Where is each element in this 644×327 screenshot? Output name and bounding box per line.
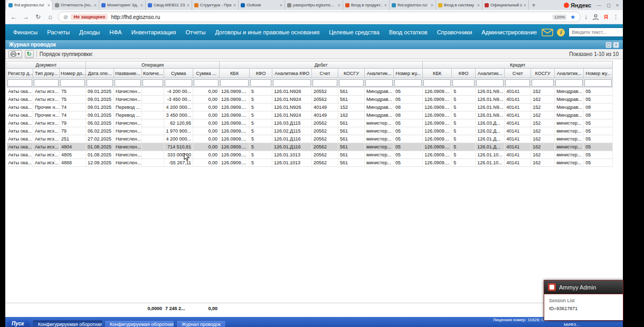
column-filter-input[interactable] xyxy=(505,79,530,87)
browser-tab[interactable]: Мониторинг Зд...× xyxy=(99,0,146,10)
panel-restore-icon[interactable]: ◻ xyxy=(605,42,612,48)
browser-tab[interactable]: Официальный сайт× xyxy=(482,0,529,10)
browser-tab[interactable]: Свод-WEB11 23...× xyxy=(146,0,192,10)
tab-close-icon[interactable]: × xyxy=(48,3,50,8)
column-filter-input[interactable] xyxy=(60,79,85,87)
table-row[interactable]: Акты ока...Прочие н...7409.01.2025Перево… xyxy=(7,104,613,111)
tab-close-icon[interactable]: × xyxy=(140,3,143,8)
tab-close-icon[interactable]: × xyxy=(94,3,97,8)
column-header[interactable]: Счет xyxy=(505,69,531,78)
table-row[interactable]: Акты ока...Акты исх...7906.02.2025Начисл… xyxy=(7,127,613,135)
column-filter-input[interactable] xyxy=(365,79,393,87)
column-filter-input[interactable] xyxy=(250,79,271,87)
column-filter-input[interactable] xyxy=(423,79,451,87)
column-header[interactable]: КБК xyxy=(423,69,452,78)
browser-tab[interactable]: Вход в продукт...× xyxy=(343,0,390,10)
nav-item[interactable]: Финансы xyxy=(8,29,42,35)
nav-item[interactable]: Отчеты xyxy=(181,29,210,35)
column-header[interactable]: КФО xyxy=(250,69,272,78)
start-button[interactable]: Пуск xyxy=(7,320,30,327)
column-header[interactable]: КФО xyxy=(452,69,476,78)
column-filter-input[interactable] xyxy=(452,79,475,87)
column-filter-input[interactable] xyxy=(394,79,422,87)
ammyy-titlebar[interactable]: Ammyy Admin xyxy=(544,281,623,294)
column-header[interactable]: Аналитика КФО xyxy=(272,69,312,78)
nav-item[interactable]: Расчеты xyxy=(42,29,74,35)
column-filter-input[interactable] xyxy=(165,79,192,87)
security-badge[interactable]: Не защищено xyxy=(71,14,108,20)
table-row[interactable]: Акты ока...Акты исх...486812.09.2025Начи… xyxy=(7,159,613,167)
tab-close-icon[interactable]: × xyxy=(477,3,480,8)
nav-item[interactable]: Целевые средства xyxy=(324,29,384,35)
browser-tab[interactable]: fhd.egisznso.ru/× xyxy=(6,0,53,10)
column-filter-input[interactable] xyxy=(34,79,59,87)
tab-close-icon[interactable]: × xyxy=(280,3,282,8)
tab-close-icon[interactable]: × xyxy=(524,3,526,8)
column-header[interactable]: Дата опе... xyxy=(86,69,114,78)
column-filter-input[interactable] xyxy=(532,79,554,87)
table-row[interactable]: Акты ока...Акты исх...7509.01.2025Начисл… xyxy=(7,88,613,96)
download-icon[interactable]: ↓ xyxy=(584,13,588,21)
column-header[interactable]: Тип доку... xyxy=(33,69,60,78)
column-filter-input[interactable] xyxy=(194,79,219,87)
column-header[interactable]: Номер жу... xyxy=(394,69,423,78)
browser-tab[interactable]: fhd.egisznso.ru/× xyxy=(390,0,436,10)
column-header[interactable]: Сумма xyxy=(164,69,193,78)
column-filter-input[interactable] xyxy=(7,79,32,87)
column-header[interactable]: Аналитик... xyxy=(365,69,394,78)
column-header[interactable]: КОСГУ xyxy=(531,69,555,78)
site-info-icon[interactable]: ⊘ xyxy=(63,14,68,20)
column-header[interactable]: Название... xyxy=(114,69,142,78)
forward-icon[interactable]: → xyxy=(22,13,30,21)
tab-close-icon[interactable]: × xyxy=(338,3,340,8)
column-header[interactable]: Аналитик... xyxy=(476,69,505,78)
home-icon[interactable]: ⌂ xyxy=(46,13,54,21)
search-input[interactable] xyxy=(569,27,623,37)
column-filter-input[interactable] xyxy=(555,79,583,87)
address-bar[interactable]: ⊘ Не защищено http://fhd.egisznso.ru 120… xyxy=(58,12,581,22)
nav-item[interactable]: Договоры и иные правовые основания xyxy=(210,29,324,35)
refresh-button[interactable]: ↻ xyxy=(25,50,34,58)
column-filter-input[interactable] xyxy=(115,79,141,87)
nav-item[interactable]: Администрирование xyxy=(477,29,542,35)
browser-tab[interactable]: Outlook× xyxy=(239,0,285,10)
close-icon[interactable]: × xyxy=(616,3,619,8)
reload-icon[interactable]: ↻ xyxy=(34,13,42,21)
browser-tab[interactable]: Отчетность [по...× xyxy=(53,0,99,10)
print-dropdown-icon[interactable]: ▾ xyxy=(17,51,20,57)
column-filter-input[interactable] xyxy=(273,79,311,87)
url-text[interactable]: http://fhd.egisznso.ru xyxy=(111,14,160,20)
table-row[interactable]: Акты ока...Акты исх...480501.08.2025Начи… xyxy=(7,151,613,159)
column-filter-input[interactable] xyxy=(476,79,504,87)
minimize-icon[interactable]: — xyxy=(596,3,601,8)
new-tab-button[interactable]: + xyxy=(529,0,538,10)
column-filter-input[interactable] xyxy=(584,79,612,87)
yandex-account-icon[interactable]: Я xyxy=(604,14,608,20)
profile-icon[interactable] xyxy=(592,14,599,21)
table-row[interactable]: Акты ока...Акты исх...7906.02.2025Начисл… xyxy=(7,119,613,127)
table-row[interactable]: Акты ока...Акты исх...7509.01.2025Начисл… xyxy=(7,96,613,104)
nav-item[interactable]: Ввод остатков xyxy=(384,29,432,35)
browser-tab[interactable]: Вход в систему× xyxy=(436,0,482,10)
column-header[interactable]: Номер до... xyxy=(60,69,86,78)
column-filter-input[interactable] xyxy=(143,79,163,87)
ammyy-admin-window[interactable]: Ammyy Admin Session List ID=93617871 xyxy=(544,280,623,321)
table-row[interactable]: Акты ока...Прочие н...7409.01.2025Перево… xyxy=(7,111,613,119)
taskbar-item[interactable]: Конфигурируемая оборотная xyxy=(33,320,102,327)
print-button[interactable]: ▾ xyxy=(8,50,22,58)
tab-close-icon[interactable]: × xyxy=(233,3,236,8)
column-filter-input[interactable] xyxy=(220,79,249,87)
menu-icon[interactable]: ⋮ xyxy=(613,14,619,21)
column-header[interactable]: КБК xyxy=(220,69,250,78)
tab-close-icon[interactable]: × xyxy=(187,3,190,8)
mail-icon[interactable] xyxy=(542,29,553,36)
nav-item[interactable]: Инвентаризация xyxy=(127,29,181,35)
column-header[interactable]: Количе... xyxy=(142,69,164,78)
table-row[interactable]: Акты ока...Акты исх...25127.02.2025Начис… xyxy=(7,135,613,143)
info-icon[interactable] xyxy=(557,29,565,36)
tab-close-icon[interactable]: × xyxy=(384,3,387,8)
nav-item[interactable]: НФА xyxy=(105,29,126,35)
browser-tab[interactable]: passportlpu.egiszns...× xyxy=(285,0,343,10)
back-icon[interactable]: ← xyxy=(10,13,18,21)
nav-item[interactable]: Справочники xyxy=(432,29,477,35)
